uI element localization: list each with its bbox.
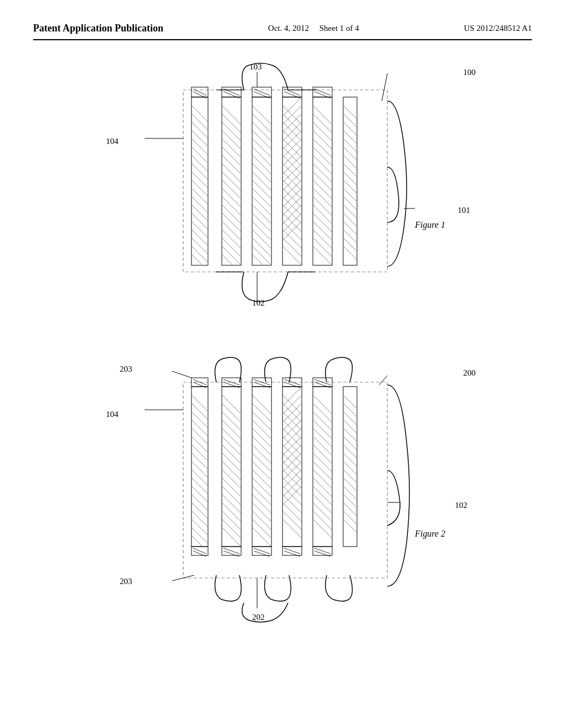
col-4 <box>274 87 302 265</box>
svg-line-28 <box>183 246 208 271</box>
svg-line-145 <box>335 130 360 155</box>
ref-104-fig1: 104 <box>106 137 119 146</box>
header-date-sheet: Oct. 4, 2012 Sheet 1 of 4 <box>268 22 359 35</box>
svg-line-187 <box>183 519 208 544</box>
svg-line-51 <box>214 238 241 265</box>
svg-line-235 <box>244 494 271 522</box>
svg-line-50 <box>214 229 241 257</box>
svg-line-62 <box>244 130 271 158</box>
svg-line-291 <box>305 445 332 472</box>
svg-line-35 <box>214 105 241 133</box>
svg-line-66 <box>244 163 271 191</box>
header-date: Oct. 4, 2012 <box>268 24 309 33</box>
svg-line-147 <box>335 147 360 172</box>
svg-line-309 <box>335 420 360 445</box>
svg-line-240 <box>254 548 270 554</box>
svg-rect-196 <box>222 387 241 547</box>
svg-line-203 <box>214 436 241 464</box>
fig2-col-2 <box>214 378 241 556</box>
svg-line-186 <box>183 511 208 536</box>
svg-line-237 <box>244 511 271 538</box>
svg-line-142 <box>335 105 360 130</box>
page: Patent Application Publication Oct. 4, 2… <box>0 0 565 728</box>
svg-line-49 <box>214 221 241 249</box>
svg-line-312 <box>335 445 360 469</box>
svg-line-200 <box>214 411 241 439</box>
svg-line-160 <box>382 73 387 101</box>
svg-rect-221 <box>252 387 271 547</box>
svg-line-185 <box>183 502 208 527</box>
svg-line-38 <box>214 130 241 158</box>
svg-line-224 <box>244 403 271 431</box>
fig2-col-5 <box>305 378 332 556</box>
svg-rect-246 <box>282 387 302 547</box>
svg-line-225 <box>244 411 271 439</box>
svg-line-176 <box>183 428 208 453</box>
svg-line-11 <box>183 105 208 130</box>
svg-line-315 <box>335 469 360 494</box>
svg-line-27 <box>183 238 208 263</box>
svg-rect-245 <box>282 387 302 547</box>
svg-line-61 <box>244 122 271 149</box>
svg-line-63 <box>244 138 271 166</box>
svg-line-181 <box>183 469 208 494</box>
svg-line-313 <box>335 453 360 478</box>
svg-line-123 <box>305 114 332 141</box>
svg-line-295 <box>305 478 332 505</box>
ref-101: 101 <box>458 206 471 215</box>
svg-line-321 <box>172 371 191 378</box>
svg-line-74 <box>244 229 271 257</box>
svg-line-13 <box>183 122 208 147</box>
svg-line-24 <box>183 213 208 238</box>
svg-line-179 <box>183 453 208 478</box>
svg-line-153 <box>335 196 360 221</box>
svg-line-75 <box>244 238 271 265</box>
svg-line-151 <box>335 180 360 205</box>
svg-line-72 <box>244 213 271 240</box>
svg-line-19 <box>183 172 208 196</box>
svg-line-243 <box>284 379 300 385</box>
svg-line-299 <box>305 511 332 538</box>
svg-line-206 <box>214 461 241 489</box>
svg-line-175 <box>183 420 208 445</box>
svg-line-289 <box>305 428 332 456</box>
svg-line-136 <box>305 221 332 249</box>
svg-line-202 <box>214 428 241 456</box>
svg-line-226 <box>244 420 271 447</box>
ref-104-fig2: 104 <box>106 410 119 419</box>
svg-line-127 <box>305 147 332 174</box>
svg-line-36 <box>214 114 241 141</box>
svg-line-22 <box>183 196 208 221</box>
svg-line-52 <box>214 246 241 274</box>
svg-line-20 <box>183 180 208 205</box>
svg-line-134 <box>305 205 332 232</box>
svg-line-99 <box>274 238 302 265</box>
svg-line-284 <box>305 387 332 414</box>
svg-line-286 <box>305 403 332 431</box>
col-5 <box>305 87 332 265</box>
svg-line-41 <box>214 155 241 183</box>
svg-line-144 <box>335 122 360 147</box>
svg-rect-283 <box>313 387 332 547</box>
svg-line-129 <box>305 163 332 191</box>
col-6 <box>335 97 360 265</box>
ref-102-fig1: 102 <box>252 298 265 308</box>
fig2-col-4 <box>274 378 302 556</box>
svg-line-188 <box>183 527 208 552</box>
svg-line-40 <box>214 147 241 174</box>
svg-line-26 <box>183 229 208 254</box>
header-sheet: Sheet 1 of 4 <box>319 24 359 33</box>
svg-line-204 <box>214 445 241 472</box>
svg-line-39 <box>214 138 241 166</box>
svg-line-233 <box>244 478 271 505</box>
svg-line-298 <box>305 502 332 530</box>
svg-line-124 <box>305 122 332 149</box>
svg-line-37 <box>214 122 241 149</box>
figure-1-wrapper: 103 100 104 101 102 <box>89 57 476 322</box>
svg-line-177 <box>183 436 208 461</box>
svg-line-128 <box>305 155 332 183</box>
svg-line-201 <box>214 420 241 447</box>
svg-line-143 <box>335 114 360 138</box>
svg-line-150 <box>335 172 360 196</box>
svg-line-68 <box>244 180 271 207</box>
